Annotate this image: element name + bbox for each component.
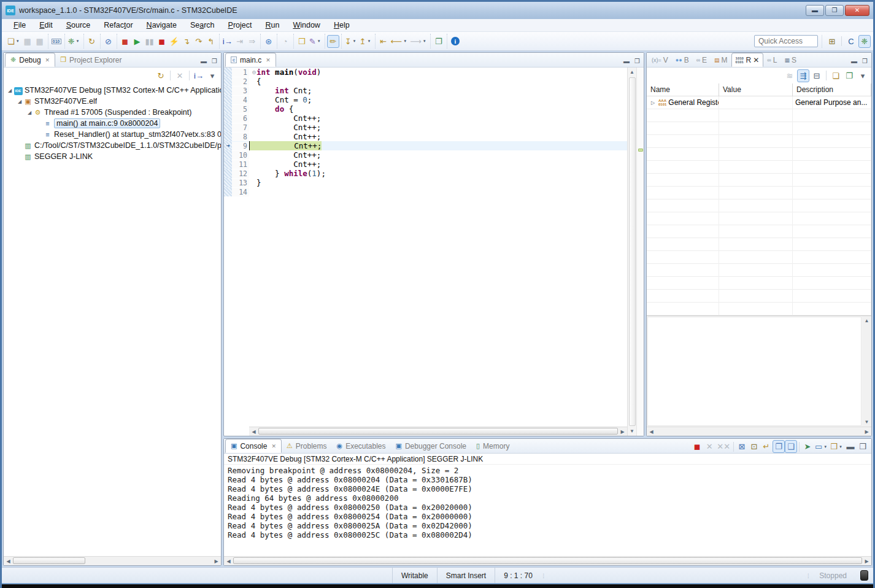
code-line-14[interactable]: 14 bbox=[224, 187, 627, 196]
link-with-debug-icon[interactable]: ⇶ bbox=[797, 69, 809, 82]
c-cpp-perspective-icon[interactable]: C bbox=[845, 35, 857, 48]
menu-help[interactable]: Help bbox=[327, 20, 357, 31]
reset-chip-icon[interactable]: ↻ bbox=[86, 35, 98, 48]
info-icon[interactable]: i bbox=[449, 35, 461, 48]
maximize-editor-icon[interactable]: ❒ bbox=[634, 58, 640, 64]
dropdown-arrow-icon[interactable]: ▾ bbox=[75, 39, 80, 44]
show-registers-icon[interactable]: ≋ bbox=[784, 69, 796, 82]
instruction-stepping-mode-icon[interactable]: i→ bbox=[193, 69, 205, 82]
tab-project-explorer[interactable]: ❒Project Explorer bbox=[55, 53, 126, 67]
code-line-8[interactable]: 8 Cnt++; bbox=[224, 132, 627, 141]
code-line-11[interactable]: 11 Cnt++; bbox=[224, 160, 627, 169]
scroll-left-icon[interactable]: ◀ bbox=[647, 427, 656, 436]
code-line-6[interactable]: 6 Cnt++; bbox=[224, 114, 627, 123]
dropdown-arrow-icon[interactable]: ▾ bbox=[317, 39, 322, 44]
step-over-icon[interactable]: ↷ bbox=[193, 35, 205, 48]
step-return-icon[interactable]: ↰ bbox=[205, 35, 217, 48]
menu-navigate[interactable]: Navigate bbox=[140, 20, 183, 31]
tab-sfrs[interactable]: ▦S bbox=[781, 53, 800, 67]
scroll-left-icon[interactable]: ◀ bbox=[224, 557, 233, 566]
expander-icon[interactable]: ◢ bbox=[6, 88, 13, 93]
terminate-icon[interactable]: ◼ bbox=[156, 35, 168, 48]
view-menu-icon[interactable]: ▾ bbox=[857, 69, 869, 82]
expander-icon[interactable]: ◢ bbox=[26, 110, 33, 115]
menu-source[interactable]: Source bbox=[60, 20, 98, 31]
code-editor[interactable]: 1⊖int main(void)2{3 int Cnt;4 Cnt = 0;5 … bbox=[224, 68, 627, 427]
pin-icon[interactable]: ➤ bbox=[801, 440, 814, 453]
display-console-icon[interactable]: ▭▾ bbox=[814, 440, 829, 453]
open-element-icon[interactable]: ❒ bbox=[296, 35, 308, 48]
tab-expressions[interactable]: ∞E bbox=[693, 53, 711, 67]
pin-view-icon[interactable]: ❐ bbox=[843, 69, 855, 82]
new-register-group-icon[interactable]: ❏ bbox=[830, 69, 842, 82]
show-on-output-icon[interactable]: ❑ bbox=[785, 440, 797, 453]
scroll-down-icon[interactable]: ▼ bbox=[862, 417, 871, 427]
code-line-13[interactable]: 13} bbox=[224, 178, 627, 187]
clear-console-icon[interactable]: ⊠ bbox=[736, 440, 748, 453]
menu-window[interactable]: Window bbox=[286, 20, 326, 31]
last-edit-location-icon[interactable]: ⇤ bbox=[377, 35, 390, 48]
editor-vertical-scrollbar[interactable]: ▲ ▼ bbox=[627, 68, 636, 436]
code-line-7[interactable]: 7 Cnt++; bbox=[224, 123, 627, 132]
dropdown-arrow-icon[interactable]: ▾ bbox=[403, 39, 407, 44]
maximize-view-icon[interactable]: ❒ bbox=[212, 58, 217, 64]
minimize-window-button[interactable]: ▬ bbox=[806, 5, 824, 16]
overview-ruler[interactable] bbox=[636, 68, 644, 436]
menu-project[interactable]: Project bbox=[222, 20, 259, 31]
maximize-icon[interactable]: ❒ bbox=[857, 440, 869, 453]
target-status-icon[interactable]: ◔ bbox=[279, 35, 291, 48]
remove-all-launches-icon[interactable]: ✕✕ bbox=[715, 440, 731, 453]
menu-search[interactable]: Search bbox=[183, 20, 222, 31]
new-wizard-icon[interactable]: ❏▾ bbox=[6, 35, 21, 48]
code-line-9[interactable]: ➜9 Cnt++; bbox=[224, 141, 627, 150]
tab-debug[interactable]: ❈Debug✕ bbox=[5, 53, 55, 67]
tab-debugger-console[interactable]: ▣Debugger Console bbox=[391, 439, 471, 453]
terminate-icon[interactable]: ◼ bbox=[691, 440, 703, 453]
scroll-right-icon[interactable]: ▶ bbox=[862, 557, 871, 566]
column-header-description[interactable]: Description bbox=[793, 83, 871, 96]
code-line-1[interactable]: 1⊖int main(void) bbox=[224, 68, 627, 77]
move-to-line-icon[interactable]: ⇥ bbox=[234, 35, 246, 48]
restore-window-button[interactable]: ❐ bbox=[825, 5, 844, 16]
dropdown-arrow-icon[interactable]: ▾ bbox=[352, 39, 357, 44]
pin-editor-icon[interactable]: ❐ bbox=[433, 35, 445, 48]
tree-item[interactable]: ▥SEGGER J-LINK bbox=[4, 151, 221, 162]
instruction-stepping-icon[interactable]: i→ bbox=[222, 35, 234, 48]
scroll-up-icon[interactable]: ▲ bbox=[862, 316, 871, 325]
collapse-all-icon[interactable]: ⊟ bbox=[811, 69, 823, 82]
code-line-12[interactable]: 12 } while(1); bbox=[224, 169, 627, 178]
tab-problems[interactable]: ⚠Problems bbox=[282, 439, 332, 453]
minimize-icon[interactable]: ▬ bbox=[844, 440, 857, 453]
tab-console[interactable]: ▣Console✕ bbox=[225, 439, 282, 453]
code-line-5[interactable]: 5 do { bbox=[224, 104, 627, 114]
scroll-down-icon[interactable]: ▼ bbox=[628, 427, 637, 436]
step-into-icon[interactable]: ↴ bbox=[180, 35, 193, 48]
tab-breakpoints[interactable]: ●●B bbox=[672, 53, 693, 67]
scroll-right-icon[interactable]: ▶ bbox=[212, 557, 221, 566]
menu-edit[interactable]: Edit bbox=[33, 20, 60, 31]
expander-icon[interactable]: ◢ bbox=[16, 99, 23, 104]
debug-horizontal-scrollbar[interactable]: ◀ ▶ bbox=[4, 556, 221, 565]
dropdown-arrow-icon[interactable]: ▾ bbox=[367, 39, 372, 44]
remove-all-terminated-icon[interactable]: ✕ bbox=[174, 69, 186, 82]
terminate-relaunch-icon[interactable]: ◼ bbox=[119, 35, 131, 48]
back-icon[interactable]: ⟵▾ bbox=[390, 35, 409, 48]
console-horizontal-scrollbar[interactable]: ◀ ▶ bbox=[224, 556, 871, 565]
code-line-2[interactable]: 2{ bbox=[224, 77, 627, 86]
expander-icon[interactable]: ▷ bbox=[649, 100, 657, 106]
resume-without-signal-icon[interactable]: ⇒ bbox=[246, 35, 258, 48]
dropdown-arrow-icon[interactable]: ▾ bbox=[823, 444, 828, 449]
tree-item[interactable]: ◢▣STM32F407VE.elf bbox=[4, 96, 221, 107]
save-icon[interactable]: ▦ bbox=[21, 35, 34, 48]
close-window-button[interactable]: ✕ bbox=[845, 5, 869, 16]
search-icon[interactable]: ✎▾ bbox=[308, 35, 323, 48]
open-console-icon[interactable]: ❒▾ bbox=[829, 440, 844, 453]
quick-access-input[interactable] bbox=[754, 35, 818, 47]
code-line-3[interactable]: 3 int Cnt; bbox=[224, 86, 627, 95]
view-menu-icon[interactable]: ▾ bbox=[206, 69, 218, 82]
forward-icon[interactable]: ⟶▾ bbox=[409, 35, 428, 48]
scroll-left-icon[interactable]: ◀ bbox=[249, 427, 258, 436]
scroll-up-icon[interactable]: ▲ bbox=[628, 68, 637, 77]
dropdown-arrow-icon[interactable]: ▾ bbox=[15, 39, 20, 44]
previous-annotation-icon[interactable]: ↥▾ bbox=[358, 35, 373, 48]
